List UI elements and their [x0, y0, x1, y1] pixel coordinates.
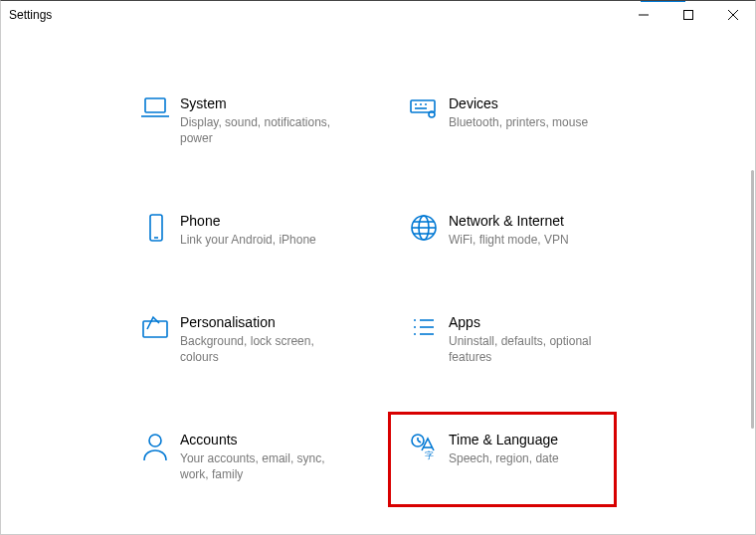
- person-icon: [130, 431, 180, 462]
- tile-subtitle: Background, lock screen, colours: [180, 333, 349, 365]
- tile-time-language[interactable]: 字 Time & Language Speech, region, date: [399, 425, 667, 490]
- tile-network-internet[interactable]: Network & Internet WiFi, flight mode, VP…: [399, 206, 667, 256]
- globe-icon: [399, 212, 449, 244]
- svg-rect-4: [145, 98, 165, 112]
- time-language-icon: 字: [399, 431, 449, 462]
- close-button[interactable]: [710, 1, 755, 29]
- svg-point-26: [149, 435, 161, 446]
- svg-text:字: 字: [425, 450, 434, 460]
- tile-personalisation[interactable]: Personalisation Background, lock screen,…: [130, 307, 399, 373]
- titlebar: Settings: [1, 1, 755, 29]
- tile-title: Devices: [449, 94, 588, 112]
- tile-subtitle: Speech, region, date: [449, 450, 559, 466]
- tile-subtitle: Bluetooth, printers, mouse: [449, 114, 588, 130]
- laptop-icon: [130, 94, 180, 122]
- maximize-button[interactable]: [665, 1, 710, 29]
- minimize-button[interactable]: [621, 1, 665, 29]
- list-icon: [399, 313, 449, 341]
- tile-title: System: [180, 94, 349, 112]
- keyboard-icon: [399, 94, 449, 122]
- tile-system[interactable]: System Display, sound, notifications, po…: [130, 89, 399, 154]
- tile-title: Time & Language: [449, 431, 559, 448]
- svg-line-29: [418, 441, 421, 443]
- tile-title: Network & Internet: [449, 212, 569, 230]
- tile-subtitle: Your accounts, email, sync, work, family: [180, 450, 349, 482]
- tile-title: Personalisation: [180, 313, 349, 331]
- tile-phone[interactable]: Phone Link your Android, iPhone: [130, 206, 399, 256]
- tile-title: Apps: [449, 313, 618, 331]
- svg-rect-12: [150, 215, 162, 241]
- accent-stripe: [641, 0, 685, 2]
- scrollbar-thumb[interactable]: [751, 170, 754, 429]
- phone-icon: [130, 212, 180, 244]
- tile-apps[interactable]: Apps Uninstall, defaults, optional featu…: [399, 307, 667, 373]
- svg-rect-1: [683, 11, 692, 20]
- tile-subtitle: Uninstall, defaults, optional features: [449, 333, 618, 365]
- window-title: Settings: [9, 8, 52, 22]
- svg-rect-6: [411, 100, 435, 112]
- svg-rect-19: [143, 321, 167, 337]
- tile-subtitle: Display, sound, notifications, power: [180, 114, 349, 146]
- tile-devices[interactable]: Devices Bluetooth, printers, mouse: [399, 89, 667, 154]
- tile-accounts[interactable]: Accounts Your accounts, email, sync, wor…: [130, 425, 399, 490]
- paint-icon: [130, 313, 180, 341]
- tile-title: Phone: [180, 212, 316, 230]
- tile-title: Accounts: [180, 431, 349, 448]
- settings-grid: System Display, sound, notifications, po…: [1, 29, 755, 535]
- tile-subtitle: WiFi, flight mode, VPN: [449, 232, 569, 248]
- tile-subtitle: Link your Android, iPhone: [180, 232, 316, 248]
